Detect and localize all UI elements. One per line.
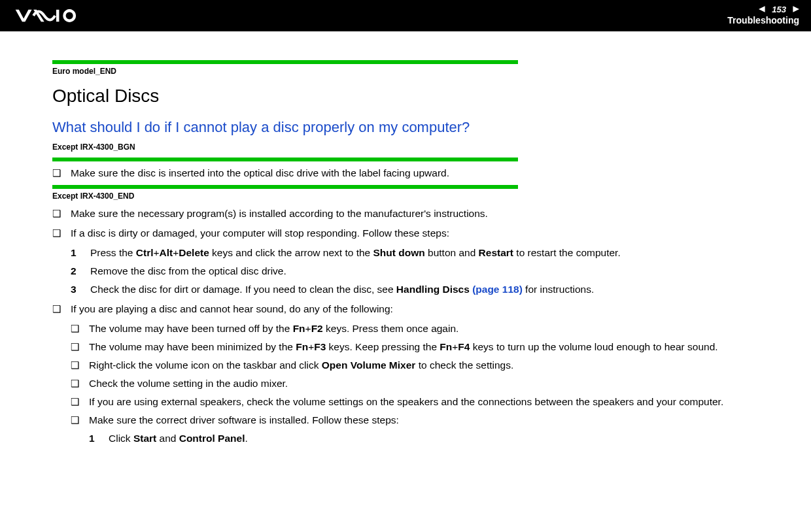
text: keys. Keep pressing the [326,341,440,352]
key: Fn [293,323,305,334]
bold: Start [133,433,156,444]
vaio-logo [14,8,112,23]
section-title: Troubleshooting [727,16,799,25]
bold: Control Panel [179,433,245,444]
text: + [153,247,159,258]
numbered-step: 3 Check the disc for dirt or damage. If … [52,282,785,297]
text: and [156,433,179,444]
bullet-text: Right-click the volume icon on the taskb… [89,357,785,373]
text: + [308,341,314,352]
bullet-item: ❑ Make sure the disc is inserted into th… [52,165,785,181]
sub-bullet-item: ❑ Make sure the correct driver software … [52,412,785,428]
bullet-text: The volume may have been turned off by t… [89,321,785,337]
text: Right-click the volume icon on the taskb… [89,359,322,371]
bullet-text: If you are using external speakers, chec… [89,394,785,410]
key: F4 [458,341,470,352]
step-text: Press the Ctrl+Alt+Delete keys and click… [90,245,785,261]
green-rule [52,60,518,64]
step-number: 3 [71,282,90,297]
text: + [173,247,179,258]
page-content: Euro model_END Optical Discs What should… [0,31,811,462]
text: Click [109,433,133,444]
step-number: 1 [71,245,90,261]
header-bar: 153 Troubleshooting [0,0,811,31]
key: Shut down [373,247,425,258]
square-bullet-icon: ❑ [71,412,89,427]
numbered-step: 2 Remove the disc from the optical disc … [52,263,785,279]
text: for instructions. [523,284,594,295]
page-number: 153 [772,5,786,14]
text: The volume may have been minimized by th… [89,341,296,352]
bullet-item: ❑ If a disc is dirty or damaged, your co… [52,225,785,241]
key: Alt [160,247,173,258]
bullet-text: The volume may have been minimized by th… [89,339,785,355]
svg-rect-0 [56,10,59,22]
square-bullet-icon: ❑ [52,206,71,221]
heading-h1: Optical Discs [52,82,785,110]
square-bullet-icon: ❑ [71,339,89,354]
header-right: 153 Troubleshooting [727,5,799,26]
sub-bullet-item: ❑ If you are using external speakers, ch… [52,394,785,410]
text: Check the disc for dirt or damage. If yo… [90,284,396,295]
bullet-text: If you are playing a disc and cannot hea… [71,301,785,317]
sub-bullet-item: ❑ Check the volume setting in the audio … [52,376,785,391]
bullet-text: If a disc is dirty or damaged, your comp… [71,225,785,241]
text: to restart the computer. [513,247,621,258]
key: Ctrl [136,247,154,258]
page-link[interactable]: (page 118) [472,284,523,295]
key: F2 [311,323,323,334]
numbered-step: 1 Press the Ctrl+Alt+Delete keys and cli… [52,245,785,261]
numbered-step: 1 Click Start and Control Panel. [52,431,785,446]
square-bullet-icon: ❑ [71,376,89,391]
text: to check the settings. [415,359,513,371]
text: keys and click the arrow next to the [209,247,373,258]
bullet-text: Make sure the disc is inserted into the … [71,165,785,181]
prev-page-arrow[interactable] [759,5,769,14]
key: Fn [440,341,452,352]
text: button and [425,247,479,258]
square-bullet-icon: ❑ [71,321,89,336]
heading-h2: What should I do if I cannot play a disc… [52,116,785,139]
bold: Open Volume Mixer [322,359,416,371]
bullet-text: Check the volume setting in the audio mi… [89,376,785,391]
svg-marker-2 [793,6,799,12]
bullet-item: ❑ If you are playing a disc and cannot h… [52,301,785,317]
key: F3 [314,341,326,352]
bullet-text: Make sure the necessary program(s) is in… [71,206,785,222]
step-text: Click Start and Control Panel. [109,431,785,446]
step-number: 2 [71,263,90,279]
svg-marker-1 [759,6,765,12]
text: keys. Press them once again. [323,323,459,334]
text: keys to turn up the volume loud enough t… [470,341,717,352]
tag-euro-end: Euro model_END [52,65,785,78]
sub-bullet-item: ❑ The volume may have been turned off by… [52,321,785,337]
square-bullet-icon: ❑ [52,165,71,180]
green-rule [52,158,518,161]
step-number: 1 [89,431,109,446]
square-bullet-icon: ❑ [71,394,89,409]
step-text: Check the disc for dirt or damage. If yo… [90,282,785,297]
key: Restart [479,247,513,258]
bullet-text: Make sure the correct driver software is… [89,412,785,428]
next-page-arrow[interactable] [789,5,799,14]
text: + [305,323,311,334]
square-bullet-icon: ❑ [52,301,71,316]
text: . [245,433,247,444]
tag-except-end: Except IRX-4300_END [52,190,785,203]
bullet-item: ❑ Make sure the necessary program(s) is … [52,206,785,222]
text: The volume may have been turned off by t… [89,323,293,334]
sub-bullet-item: ❑ The volume may have been minimized by … [52,339,785,355]
text: + [452,341,458,352]
key: Delete [179,247,209,258]
tag-except-bgn: Except IRX-4300_BGN [52,141,785,154]
bold: Handling Discs [396,284,472,295]
square-bullet-icon: ❑ [52,225,71,241]
key: Fn [296,341,308,352]
text: Press the [90,247,136,258]
step-text: Remove the disc from the optical disc dr… [90,263,785,279]
green-rule [52,185,518,189]
sub-bullet-item: ❑ Right-click the volume icon on the tas… [52,357,785,373]
square-bullet-icon: ❑ [71,357,89,373]
